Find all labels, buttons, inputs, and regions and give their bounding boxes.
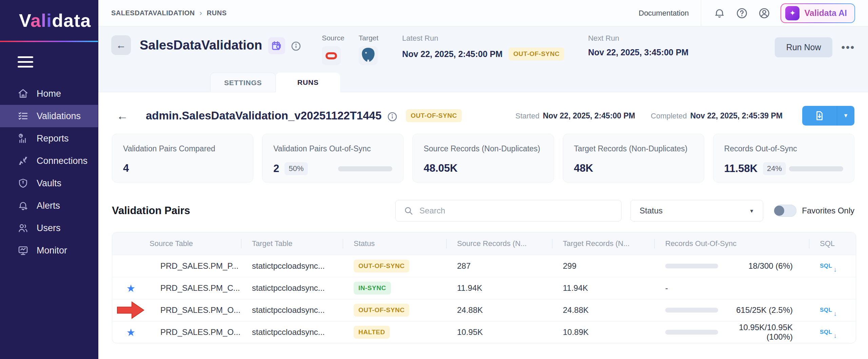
breadcrumb-root[interactable]: SALESDATAVALIDATION	[111, 9, 195, 17]
validation-pairs-toolbar: Validation Pairs Status Favorites Only	[112, 200, 854, 222]
source-table-cell: PRD_SALES.PM_C...	[150, 283, 241, 293]
out-of-sync-bar	[665, 330, 718, 335]
run-now-button[interactable]: Run Now	[775, 37, 833, 57]
col-source-records[interactable]: Source Records (N...	[446, 232, 552, 255]
target-table-cell: statictpccloadsync...	[241, 327, 343, 337]
run-info-icon[interactable]	[387, 111, 398, 122]
target-connector: Target	[359, 34, 378, 65]
out-of-sync-bar	[665, 264, 718, 268]
run-detail-panel: admin.SalesDataValidation_v20251122T1445…	[98, 92, 868, 359]
target-records-cell: 24.88K	[552, 305, 654, 315]
shield-icon	[18, 178, 28, 189]
validation-header: SalesDataValidation Source Target Latest…	[98, 26, 868, 65]
sidebar-item-vaults[interactable]: Vaults	[0, 172, 98, 194]
source-connector: Source	[322, 34, 344, 65]
topbar-divider	[701, 0, 701, 26]
checklist-icon	[18, 111, 28, 121]
download-report-split-button[interactable]	[802, 106, 854, 126]
sidebar-item-alerts[interactable]: Alerts	[0, 194, 98, 217]
percent-chip: 24%	[763, 162, 786, 175]
table-row[interactable]: PRD_SALES.PM_C... statictpccloadsync... …	[112, 277, 856, 299]
next-run-timestamp: Nov 22, 2025, 3:45:00 PM	[588, 48, 688, 57]
table-row[interactable]: PRD_SALES.PM_O... statictpccloadsync... …	[112, 299, 856, 321]
next-run-info: Next Run Nov 22, 2025, 3:45:00 PM	[588, 34, 688, 57]
stat-card-target-records: Target Records (Non-Duplicates) 48K	[563, 134, 704, 183]
bell-plus-icon	[18, 200, 28, 211]
target-records-cell: 10.89K	[552, 327, 654, 337]
postgres-target-icon[interactable]	[359, 46, 378, 65]
favorite-column-header	[112, 232, 150, 255]
tab-settings[interactable]: SETTINGS	[210, 73, 276, 92]
run-back-arrow[interactable]	[117, 109, 128, 122]
schedule-calendar-icon[interactable]	[268, 37, 285, 54]
favorites-only-toggle[interactable]	[775, 205, 796, 217]
progress-bar	[789, 166, 843, 171]
tab-runs[interactable]: RUNS	[276, 73, 340, 92]
sql-download-icon[interactable]: SQL	[820, 263, 832, 269]
col-records-out-of-sync[interactable]: Records Out-Of-Sync	[654, 232, 809, 255]
stat-card-source-records: Source Records (Non-Duplicates) 48.05K	[412, 134, 554, 183]
col-target-records[interactable]: Target Records (N...	[552, 232, 654, 255]
col-source-table[interactable]: Source Table	[150, 232, 241, 255]
col-sql[interactable]: SQL	[809, 232, 856, 255]
oracle-source-icon[interactable]	[322, 46, 341, 65]
home-icon	[18, 88, 28, 99]
sql-download-icon[interactable]: SQL	[820, 329, 832, 336]
records-out-of-sync-cell: 615/25K (2.5%)	[654, 305, 809, 315]
favorite-star-icon[interactable]	[126, 326, 136, 338]
source-table-cell: PRD_SALES.PM_P...	[150, 261, 241, 271]
col-status[interactable]: Status	[343, 232, 446, 255]
app-root: Validata Home Validations Reports Connec…	[0, 0, 868, 359]
sidebar-item-monitor[interactable]: Monitor	[0, 239, 98, 262]
documentation-link[interactable]: Documentation	[639, 9, 689, 18]
search-box[interactable]	[395, 200, 622, 222]
latest-run-status-badge: OUT-OF-SYNC	[509, 48, 564, 60]
favorite-star-icon[interactable]	[126, 282, 136, 294]
stat-card-records-out-of-sync: Records Out-of-Sync 11.58K 24%	[713, 134, 854, 183]
col-target-table[interactable]: Target Table	[241, 232, 343, 255]
report-chart-icon	[18, 133, 28, 144]
source-records-cell: 10.95K	[446, 327, 552, 337]
help-icon[interactable]	[736, 7, 748, 19]
file-download-icon[interactable]	[802, 106, 837, 126]
download-options-caret[interactable]	[837, 106, 854, 126]
target-table-cell: statictpccloadsync...	[241, 261, 343, 271]
notifications-bell-icon[interactable]	[713, 7, 726, 19]
sql-cell: SQL	[809, 307, 856, 314]
status-badge: OUT-OF-SYNC	[354, 304, 409, 317]
sql-cell: SQL	[809, 329, 856, 336]
validata-ai-button[interactable]: Validata AI	[781, 3, 855, 23]
chevron-right-icon	[200, 9, 202, 18]
chevron-down-icon	[749, 208, 754, 214]
search-icon	[404, 206, 413, 216]
target-records-cell: 11.94K	[552, 283, 654, 293]
status-badge: IN-SYNC	[354, 282, 391, 295]
app-logo[interactable]: Validata	[0, 0, 98, 41]
sidebar-item-validations[interactable]: Validations	[0, 105, 98, 127]
progress-bar	[338, 166, 392, 171]
source-records-cell: 287	[446, 261, 552, 271]
sidebar-item-connections[interactable]: Connections	[0, 150, 98, 172]
target-table-cell: statictpccloadsync...	[241, 305, 343, 315]
run-completed: CompletedNov 22, 2025, 2:45:39 PM	[651, 111, 783, 120]
sidebar-item-home[interactable]: Home	[0, 82, 98, 105]
account-icon[interactable]	[758, 7, 770, 19]
target-table-cell: statictpccloadsync...	[241, 283, 343, 293]
sidebar-item-reports[interactable]: Reports	[0, 127, 98, 150]
status-filter-select[interactable]: Status	[630, 200, 763, 222]
search-input[interactable]	[419, 206, 613, 215]
table-row[interactable]: PRD_SALES.PM_P... statictpccloadsync... …	[112, 255, 856, 277]
status-cell: HALTED	[343, 326, 446, 339]
hamburger-menu-icon[interactable]	[18, 56, 33, 68]
info-icon[interactable]	[291, 41, 301, 52]
stat-card-pairs-out-of-sync: Validation Pairs Out-of-Sync 2 50%	[262, 134, 403, 183]
more-actions-icon[interactable]	[841, 42, 855, 53]
tab-bar: SETTINGS RUNS	[98, 73, 868, 92]
table-row[interactable]: PRD_SALES.PM_O... statictpccloadsync... …	[112, 321, 856, 343]
logo-text: Validata	[19, 10, 91, 31]
sidebar-item-users[interactable]: Users	[0, 217, 98, 239]
source-records-cell: 11.94K	[446, 283, 552, 293]
sql-download-icon[interactable]: SQL	[820, 307, 832, 314]
back-button[interactable]	[111, 35, 131, 55]
annotation-arrow-icon	[117, 300, 145, 320]
